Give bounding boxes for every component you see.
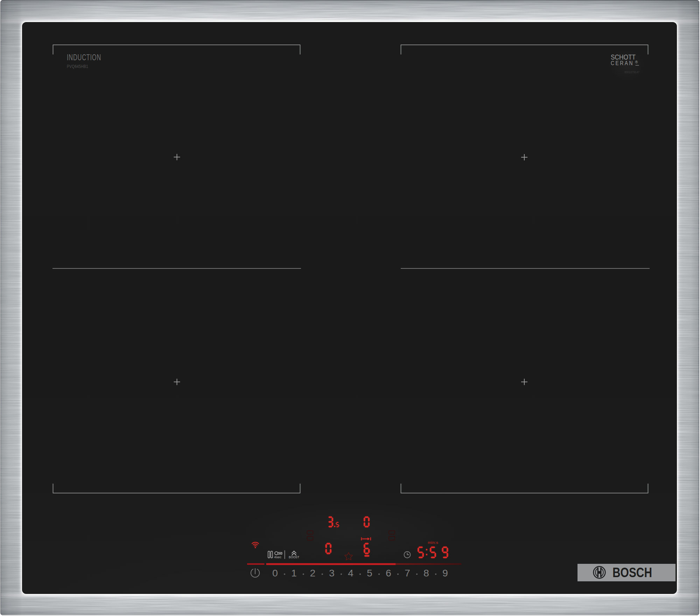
svg-text:®: ® [635,60,638,64]
svg-text:3: 3 [329,567,335,579]
svg-text:9: 9 [442,567,448,579]
svg-text:5: 5 [367,567,372,579]
svg-text:BOSCH: BOSCH [612,565,652,580]
svg-text:8001279147: 8001279147 [624,70,639,74]
svg-text:INDUCTION: INDUCTION [67,53,101,62]
svg-text:8: 8 [424,567,429,579]
svg-text:7: 7 [405,567,410,579]
svg-text:min:s: min:s [428,541,438,545]
svg-text:PVQ645HB1: PVQ645HB1 [67,64,88,69]
svg-text:1: 1 [291,567,297,579]
svg-text:6: 6 [386,567,391,579]
svg-text:0: 0 [272,567,278,579]
svg-text:CERAN: CERAN [611,60,634,66]
svg-text:4sec: 4sec [274,555,281,559]
svg-text:4: 4 [348,567,354,579]
svg-text:BOOST: BOOST [289,555,299,559]
svg-text:2: 2 [310,567,316,579]
